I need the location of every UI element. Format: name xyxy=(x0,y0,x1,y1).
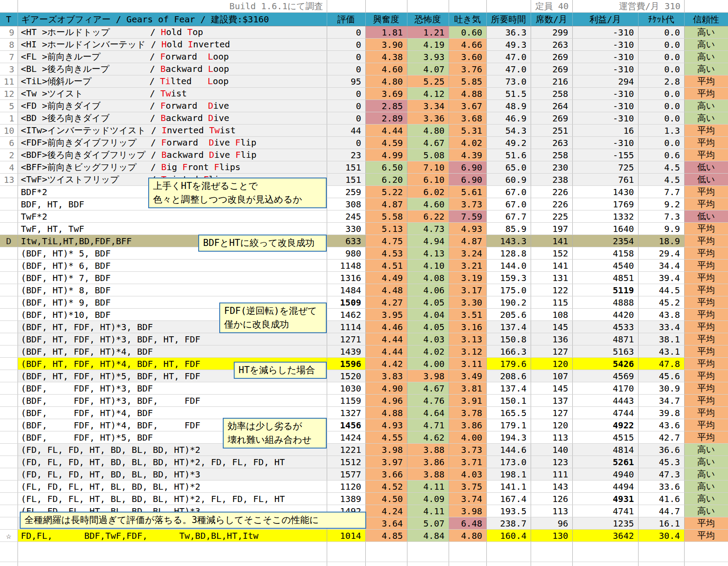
combo-name-cell[interactable]: (FD, FL, FD, HT, BD, BL, BD, HT)*3 xyxy=(18,468,327,481)
cell-ticket-price[interactable]: 45.2 xyxy=(638,296,684,309)
empty-cell[interactable] xyxy=(327,0,365,13)
cell-reliability[interactable]: 平均 xyxy=(684,75,728,88)
cell-fear[interactable]: 4.11 xyxy=(407,481,449,493)
cell-duration[interactable]: 150.8 xyxy=(486,333,531,345)
cell-seats-per-month[interactable]: 225 xyxy=(531,210,572,223)
cell-ticket-price[interactable]: 41.6 xyxy=(638,493,684,505)
cell-reliability[interactable]: 平均 xyxy=(684,125,728,137)
cell-rating[interactable]: 980 xyxy=(327,247,365,260)
star-marker-cell[interactable]: ☆ xyxy=(0,530,18,542)
empty-cell[interactable] xyxy=(486,0,531,13)
row-id-cell[interactable] xyxy=(0,223,18,235)
row-id-cell[interactable] xyxy=(0,505,18,517)
row-id-cell[interactable]: 4 xyxy=(0,161,18,174)
cell-profit-per-month[interactable]: 5119 xyxy=(572,284,638,296)
cell-excitement[interactable]: 3.66 xyxy=(365,468,407,481)
cell-seats-per-month[interactable]: 141 xyxy=(531,235,572,247)
row-id-cell[interactable] xyxy=(0,358,18,370)
row-id-cell[interactable] xyxy=(0,284,18,296)
cell-rating[interactable]: 1520 xyxy=(327,370,365,382)
cell-nausea[interactable]: 4.03 xyxy=(449,468,486,481)
cell-nausea[interactable]: 5.61 xyxy=(449,186,486,198)
cell-duration[interactable]: 67.0 xyxy=(486,198,531,210)
cell-fear[interactable]: 3.36 xyxy=(407,112,449,125)
cell-reliability[interactable]: 平均 xyxy=(684,296,728,309)
cell-seats-per-month[interactable]: 230 xyxy=(531,161,572,174)
cell-rating[interactable]: 95 xyxy=(327,75,365,88)
cell-excitement[interactable]: 6.20 xyxy=(365,174,407,186)
ride-name-cell[interactable]: <FDF>前向きダイブフリップ / Forward Dive Flip xyxy=(18,137,327,149)
cell-excitement[interactable]: 4.59 xyxy=(365,137,407,149)
cell-fear[interactable]: 4.08 xyxy=(407,272,449,284)
column-header-rating[interactable]: 評価 xyxy=(327,13,365,26)
row-id-cell[interactable] xyxy=(0,370,18,382)
cell-fear[interactable]: 3.34 xyxy=(407,100,449,112)
cell-rating[interactable]: 330 xyxy=(327,223,365,235)
empty-cell[interactable] xyxy=(407,542,449,562)
row-id-cell[interactable]: 9 xyxy=(0,26,18,39)
cell-ticket-price[interactable]: 0.0 xyxy=(638,88,684,100)
cell-excitement[interactable]: 4.99 xyxy=(365,149,407,161)
cell-excitement[interactable]: 5.22 xyxy=(365,186,407,198)
cell-ticket-price[interactable]: 43.1 xyxy=(638,345,684,358)
cell-duration[interactable]: 65.0 xyxy=(486,161,531,174)
row-id-cell[interactable] xyxy=(0,493,18,505)
cell-ticket-price[interactable]: 0.0 xyxy=(638,63,684,75)
cell-rating[interactable]: 1221 xyxy=(327,444,365,456)
empty-cell[interactable] xyxy=(365,542,407,562)
cell-seats-per-month[interactable]: 140 xyxy=(531,444,572,456)
cell-profit-per-month[interactable]: 4515 xyxy=(572,431,638,444)
cell-duration[interactable]: 67.7 xyxy=(486,210,531,223)
cell-seats-per-month[interactable]: 269 xyxy=(531,112,572,125)
row-id-cell[interactable] xyxy=(0,186,18,198)
cell-nausea[interactable]: 6.48 xyxy=(449,517,486,530)
cell-excitement[interactable]: 3.69 xyxy=(365,88,407,100)
cell-fear[interactable]: 4.60 xyxy=(407,198,449,210)
cell-excitement[interactable]: 4.46 xyxy=(365,321,407,333)
cell-profit-per-month[interactable]: -310 xyxy=(572,39,638,51)
cell-nausea[interactable]: 3.17 xyxy=(449,284,486,296)
cell-nausea[interactable]: 3.13 xyxy=(449,333,486,345)
empty-cell[interactable] xyxy=(572,542,638,562)
cell-fear[interactable]: 4.06 xyxy=(407,284,449,296)
cell-nausea[interactable]: 3.30 xyxy=(449,296,486,309)
cell-rating[interactable]: 0 xyxy=(327,51,365,63)
cell-fear[interactable]: 3.93 xyxy=(407,51,449,63)
empty-cell[interactable] xyxy=(0,562,18,566)
cell-reliability[interactable]: 平均 xyxy=(684,272,728,284)
cell-nausea[interactable]: 3.86 xyxy=(449,419,486,431)
cell-excitement[interactable]: 4.24 xyxy=(365,505,407,517)
cell-ticket-price[interactable]: 0.0 xyxy=(638,51,684,63)
cell-fear[interactable]: 4.62 xyxy=(407,431,449,444)
cell-fear[interactable]: 4.64 xyxy=(407,407,449,419)
cell-ticket-price[interactable]: 0.0 xyxy=(638,137,684,149)
cell-rating[interactable]: 44 xyxy=(327,125,365,137)
row-id-cell[interactable] xyxy=(0,468,18,481)
cell-reliability[interactable]: 平均 xyxy=(684,223,728,235)
cell-excitement[interactable]: 4.50 xyxy=(365,493,407,505)
cell-rating[interactable]: 1316 xyxy=(327,272,365,284)
cell-ticket-price[interactable]: 33.4 xyxy=(638,321,684,333)
cell-seats-per-month[interactable]: 126 xyxy=(531,493,572,505)
cell-ticket-price[interactable]: 44.5 xyxy=(638,284,684,296)
cell-profit-per-month[interactable]: 4922 xyxy=(572,419,638,431)
cell-fear[interactable]: 4.13 xyxy=(407,247,449,260)
cell-fear[interactable]: 6.22 xyxy=(407,210,449,223)
cell-seats-per-month[interactable]: 96 xyxy=(531,517,572,530)
cell-rating[interactable]: 1389 xyxy=(327,493,365,505)
cell-reliability[interactable]: 平均 xyxy=(684,321,728,333)
cell-duration[interactable]: 193.5 xyxy=(486,505,531,517)
cell-nausea[interactable]: 3.75 xyxy=(449,481,486,493)
cell-profit-per-month[interactable]: 3642 xyxy=(572,530,638,542)
cell-fear[interactable]: 4.84 xyxy=(407,530,449,542)
cell-ticket-price[interactable]: 0.0 xyxy=(638,39,684,51)
cell-excitement[interactable]: 4.44 xyxy=(365,125,407,137)
cell-ticket-price[interactable]: 34.7 xyxy=(638,395,684,407)
combo-name-cell[interactable]: (BDF, HT)* 8, BDF xyxy=(18,284,327,296)
cell-fear[interactable]: 4.67 xyxy=(407,382,449,395)
cell-excitement[interactable]: 4.80 xyxy=(365,75,407,88)
row-id-cell[interactable] xyxy=(0,260,18,272)
cell-profit-per-month[interactable]: 4443 xyxy=(572,395,638,407)
cell-nausea[interactable]: 3.91 xyxy=(449,395,486,407)
cell-seats-per-month[interactable]: 269 xyxy=(531,63,572,75)
